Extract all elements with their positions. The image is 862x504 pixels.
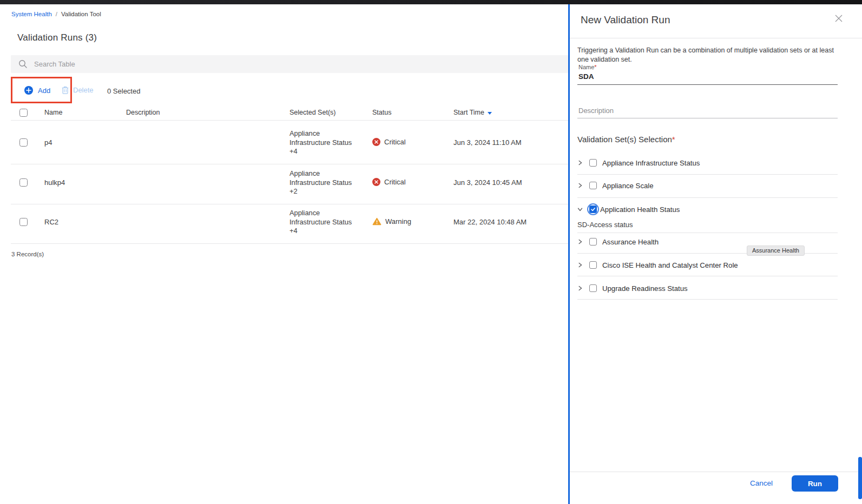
set-child-item[interactable]: SD-Access status (577, 221, 633, 229)
breadcrumb-current: Validation Tool (61, 11, 101, 17)
set-checkbox[interactable] (589, 182, 597, 189)
row-checkbox[interactable] (19, 178, 28, 187)
set-checkbox[interactable] (589, 159, 597, 167)
select-all-checkbox[interactable] (19, 109, 28, 117)
divider (577, 276, 838, 276)
panel-title: New Validation Run (581, 14, 670, 26)
column-header-selected-sets: Selected Set(s) (289, 109, 335, 116)
chevron-right-icon[interactable] (577, 239, 583, 244)
chevron-right-icon[interactable] (577, 262, 583, 268)
divider (577, 299, 838, 300)
set-checkbox[interactable] (589, 261, 597, 269)
row-selected-sets: Appliance Infrastructure Status+4 (289, 129, 360, 156)
validation-set-row: Appliance Infrastructure Status (577, 157, 838, 169)
row-name: p4 (44, 138, 52, 147)
divider (570, 472, 862, 472)
row-selected-sets: Appliance Infrastructure Status+4 (289, 209, 360, 236)
row-status: Critical (372, 138, 406, 146)
validation-tool-page: System Health / Validation Tool Validati… (0, 0, 862, 504)
chevron-right-icon[interactable] (577, 183, 583, 188)
checkmark-icon (589, 205, 597, 213)
divider (577, 233, 838, 233)
top-dark-bar (0, 0, 862, 4)
required-asterisk: * (672, 135, 675, 144)
set-label: Cisco ISE Health and Catalyst Center Rol… (602, 261, 738, 269)
run-button[interactable]: Run (792, 475, 838, 492)
warning-status-icon (372, 217, 381, 226)
validation-set-selection-heading: Validation Set(s) Selection* (577, 135, 675, 144)
scrollbar-thumb[interactable] (858, 457, 862, 499)
column-header-status: Status (372, 109, 391, 116)
chevron-right-icon[interactable] (577, 160, 583, 165)
page-title: Validation Runs (3) (17, 32, 97, 43)
row-status: Warning (372, 217, 411, 226)
breadcrumb-link-system-health[interactable]: System Health (11, 11, 52, 17)
search-input[interactable] (34, 60, 251, 68)
annotation-highlight-box (11, 77, 72, 103)
column-header-description: Description (126, 109, 160, 116)
name-field-label: Name* (578, 64, 597, 70)
set-label: Assurance Health (602, 238, 659, 246)
row-start-time: Mar 22, 2024 10:48 AM (453, 218, 527, 226)
search-icon (18, 59, 28, 69)
validation-set-row: Application Health Status (577, 203, 838, 215)
divider (577, 197, 838, 198)
set-label: Appliance Infrastructure Status (602, 159, 700, 167)
breadcrumb: System Health / Validation Tool (11, 11, 101, 17)
new-validation-run-panel: New Validation Run Triggering a Validati… (568, 4, 862, 504)
critical-status-icon (372, 178, 380, 186)
name-field-underline (577, 84, 838, 85)
description-field[interactable] (578, 107, 827, 115)
column-header-start-time-sort[interactable]: Start Time (453, 109, 492, 116)
chevron-down-icon[interactable] (577, 207, 583, 212)
name-field[interactable] (578, 72, 827, 81)
critical-status-icon (372, 138, 380, 146)
row-checkbox[interactable] (19, 218, 28, 226)
panel-intro-text: Triggering a Validation Run can be a com… (577, 46, 836, 64)
close-icon[interactable] (834, 14, 844, 24)
description-field-underline (577, 118, 838, 118)
chevron-right-icon[interactable] (577, 286, 583, 291)
validation-set-row: Upgrade Readiness Status (577, 282, 838, 294)
divider (577, 174, 838, 175)
row-name: hulkp4 (44, 178, 65, 187)
set-label: Appliance Scale (602, 182, 654, 190)
row-name: RC2 (44, 218, 58, 226)
row-status: Critical (372, 178, 406, 186)
divider (570, 38, 862, 38)
delete-button-label: Delete (73, 86, 94, 94)
cancel-button[interactable]: Cancel (750, 479, 773, 487)
row-start-time: Jun 3, 2024 10:45 AM (453, 178, 522, 187)
set-label: Upgrade Readiness Status (602, 284, 688, 293)
set-label: Application Health Status (600, 205, 680, 214)
set-checkbox[interactable] (589, 284, 597, 292)
selected-count: 0 Selected (107, 87, 140, 95)
set-checkbox-checked[interactable] (587, 203, 599, 215)
validation-set-row: Appliance Scale (577, 180, 838, 191)
required-asterisk: * (594, 64, 596, 70)
sort-caret-icon (488, 112, 492, 115)
breadcrumb-separator: / (56, 11, 57, 17)
column-header-name: Name (44, 109, 62, 116)
row-start-time: Jun 3, 2024 11:10 AM (453, 138, 522, 147)
row-selected-sets: Appliance Infrastructure Status+2 (289, 169, 360, 196)
tooltip: Assurance Health (747, 246, 805, 256)
validation-set-row: Cisco ISE Health and Catalyst Center Rol… (577, 259, 838, 271)
row-checkbox[interactable] (19, 138, 28, 147)
set-checkbox[interactable] (589, 238, 597, 246)
record-count: 3 Record(s) (11, 251, 44, 257)
